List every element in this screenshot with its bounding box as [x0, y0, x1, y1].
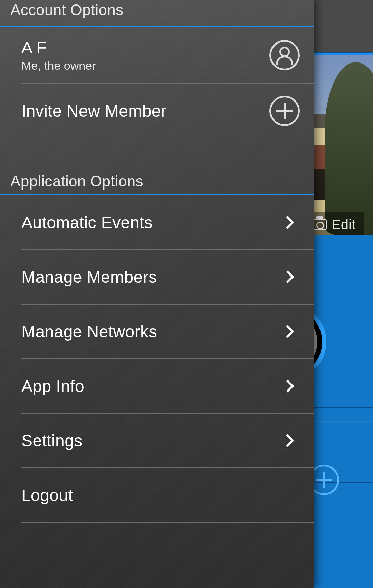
section-header-account-label: Account Options	[10, 1, 123, 19]
invite-member-label: Invite New Member	[21, 102, 166, 121]
app-viewport: Edit 0m Acco	[0, 0, 373, 588]
menu-item-manage-networks[interactable]: Manage Networks	[21, 305, 314, 359]
application-items: Automatic Events Manage Members Manage N…	[0, 195, 314, 523]
profile-item[interactable]: A F Me, the owner	[21, 27, 314, 84]
menu-item-app-info[interactable]: App Info	[21, 359, 314, 414]
menu-item-manage-members[interactable]: Manage Members	[21, 250, 314, 305]
account-items: A F Me, the owner Invite New Member	[0, 27, 314, 138]
profile-name: A F	[21, 38, 96, 57]
menu-item-label: Automatic Events	[21, 213, 153, 232]
chevron-right-icon	[283, 272, 300, 281]
menu-item-label: Manage Members	[21, 268, 157, 287]
menu-item-label: Manage Networks	[21, 322, 157, 341]
menu-item-label: App Info	[21, 377, 84, 396]
menu-item-logout[interactable]: Logout	[21, 468, 314, 523]
menu-item-label: Logout	[21, 486, 73, 505]
chevron-right-icon	[283, 436, 300, 445]
chevron-right-icon	[283, 382, 300, 391]
section-header-application-label: Application Options	[10, 173, 143, 190]
edit-photo-label: Edit	[332, 217, 355, 232]
menu-item-settings[interactable]: Settings	[21, 414, 314, 468]
chevron-right-icon	[283, 327, 300, 336]
chevron-right-icon	[283, 218, 300, 227]
section-header-application: Application Options	[0, 166, 314, 195]
plus-icon	[269, 96, 300, 126]
section-header-account: Account Options	[0, 0, 314, 27]
side-drawer: Account Options A F Me, the owner Invite…	[0, 0, 314, 588]
menu-item-automatic-events[interactable]: Automatic Events	[21, 195, 314, 250]
menu-item-label: Settings	[21, 431, 83, 450]
invite-member-item[interactable]: Invite New Member	[21, 84, 314, 138]
profile-role: Me, the owner	[21, 59, 96, 73]
user-icon	[269, 40, 300, 70]
